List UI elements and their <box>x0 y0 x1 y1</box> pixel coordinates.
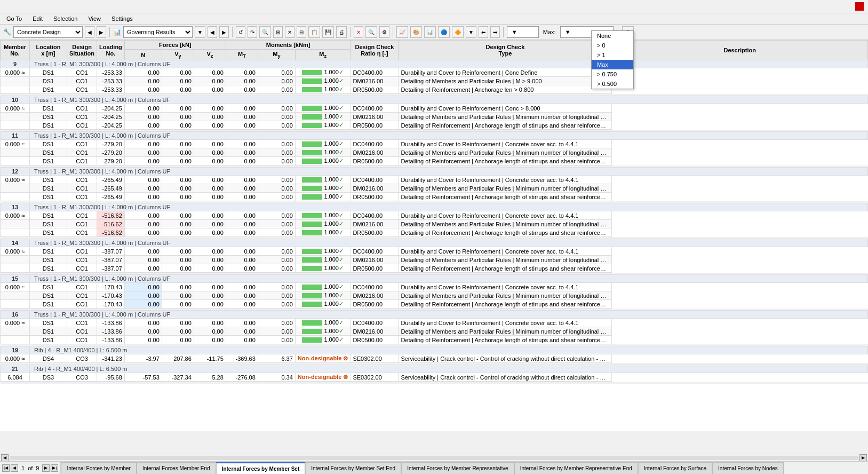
toolbar-icon-13[interactable]: 📈 <box>396 26 408 38</box>
next-btn[interactable]: ▶ <box>97 26 106 38</box>
toolbar-icon-16[interactable]: 🔵 <box>438 26 450 38</box>
first-page-btn[interactable]: |◀ <box>2 464 10 472</box>
toolbar-icon-15[interactable]: 📊 <box>424 26 436 38</box>
close-button[interactable] <box>855 2 864 11</box>
scroll-left[interactable]: ◀ <box>1 454 9 462</box>
toolbar-icon-1[interactable]: ↺ <box>236 26 245 38</box>
ds-cell: DS1 <box>30 300 67 309</box>
toolbar-icon-19[interactable]: ⬅ <box>479 26 488 38</box>
tab-internal-forces-surface[interactable]: Internal Forces by Surface <box>638 462 712 474</box>
Vz-cell: 0.00 <box>162 300 194 309</box>
dropdown-option-gt1[interactable]: > 1 <box>592 50 633 60</box>
tab-internal-forces-member-set-end[interactable]: Internal Forces by Member Set End <box>305 462 401 474</box>
menu-selection[interactable]: Selection <box>51 14 79 23</box>
toolbar-icon-9[interactable]: 🖨 <box>336 26 347 38</box>
expand-btn[interactable]: ▼ <box>195 26 205 38</box>
Vz-cell: 0.00 <box>162 140 194 148</box>
menu-edit[interactable]: Edit <box>30 14 45 23</box>
toolbar-icon-2[interactable]: ↷ <box>248 26 257 38</box>
toolbar-icon-20[interactable]: ➡ <box>490 26 500 38</box>
next-result-btn[interactable]: ▶ <box>219 26 229 38</box>
tab-internal-forces-member-set[interactable]: Internal Forces by Member Set <box>216 462 306 474</box>
Vz-cell: 207.86 <box>162 354 194 363</box>
MT-cell: 0.00 <box>194 113 226 121</box>
table-row: 0.000 ≈ DS1 CO1 -279.20 0.00 0.00 0.00 0… <box>1 140 868 148</box>
desc-cell: Detailing of Members and Particular Rule… <box>399 327 612 336</box>
Vy-cell: 0.00 <box>124 68 162 77</box>
Vz-cell: 0.00 <box>162 121 194 130</box>
main-content: MemberNo. Locationx [m] DesignSituation … <box>0 40 868 431</box>
dropdown-option-none[interactable]: None <box>592 31 633 41</box>
dropdown-option-gt0500[interactable]: > 0.500 <box>592 79 633 89</box>
group-header-label: Rib | 4 - R_M1 400/400 | L: 6.500 m <box>30 346 868 354</box>
max-dropdown[interactable]: ▼ <box>507 26 539 38</box>
table-row: DS1 CO1 -133.86 0.00 0.00 0.00 0.00 0.00… <box>1 336 868 344</box>
N-cell: -204.25 <box>97 113 125 121</box>
Mz-cell: 0.00 <box>258 327 295 336</box>
toolbar-icon-14[interactable]: 🎨 <box>410 26 422 38</box>
dropdown-option-gt0[interactable]: > 0 <box>592 41 633 50</box>
tab-internal-forces-member-rep-end[interactable]: Internal Forces by Member Representative… <box>514 462 638 474</box>
dropdown-option-max[interactable]: Max <box>592 60 633 69</box>
Vy-cell: 0.00 <box>124 264 162 273</box>
desc-cell: Detailing of Reinforcement | Anchorage l… <box>399 121 612 130</box>
loc-cell: 0.000 ≈ <box>1 211 30 220</box>
table-row: 0.000 ≈ DS1 CO1 -204.25 0.00 0.00 0.00 0… <box>1 104 868 113</box>
toolbar-icon-17[interactable]: 🔶 <box>452 26 464 38</box>
Vy-cell: -3.97 <box>124 354 162 363</box>
lc-cell: CO1 <box>67 211 97 220</box>
Vy-cell: 0.00 <box>124 327 162 336</box>
toolbar-icon-5[interactable]: ✕ <box>285 26 294 38</box>
toolbar-icon-12[interactable]: ⚙ <box>379 26 389 38</box>
design-mode-select[interactable]: Concrete Design <box>13 26 83 38</box>
tab-internal-forces-member[interactable]: Internal Forces by Member <box>61 462 137 474</box>
toolbar-icon-3[interactable]: 🔍 <box>259 26 271 38</box>
menu-view[interactable]: View <box>86 14 103 23</box>
MT-cell: 0.00 <box>194 283 226 291</box>
My-cell: 0.00 <box>226 68 258 77</box>
lc-cell: CO3 <box>67 354 97 363</box>
ds-cell: DS1 <box>30 193 67 201</box>
tab-internal-forces-member-rep[interactable]: Internal Forces by Member Representative <box>401 462 514 474</box>
ratio-non-designable: Non-designable ⊗ <box>298 355 348 361</box>
desc-cell: Detailing of Members and Particular Rule… <box>399 77 612 85</box>
MT-cell: 0.00 <box>194 291 226 300</box>
toolbar-icon-8[interactable]: 💾 <box>322 26 334 38</box>
tab-internal-forces-member-end[interactable]: Internal Forces Member End <box>137 462 216 474</box>
check-type-cell: DM0216.00 <box>351 220 399 228</box>
prev-result-btn[interactable]: ◀ <box>208 26 217 38</box>
hscroll-bar[interactable]: ◀ ▶ <box>0 454 868 461</box>
col-member-no: MemberNo. <box>1 41 30 60</box>
scroll-right[interactable]: ▶ <box>859 454 867 462</box>
prev-page-btn[interactable]: ◀ <box>11 464 18 472</box>
toolbar-icon-18[interactable]: ▼ <box>466 26 476 38</box>
toolbar-icon-6[interactable]: ⊟ <box>297 26 306 38</box>
tab-internal-forces-nodes[interactable]: Internal Forces by Nodes <box>712 462 784 474</box>
dropdown-option-gt0750[interactable]: > 0.750 <box>592 69 633 79</box>
N-cell: -253.33 <box>97 77 125 85</box>
N-cell: -204.25 <box>97 104 125 113</box>
ratio-cell: 1.000✓ <box>295 211 351 220</box>
last-page-btn[interactable]: ▶| <box>51 464 58 472</box>
ratio-cell: 1.000✓ <box>295 291 351 300</box>
page-current: 1 <box>19 465 27 471</box>
ratio-cell: 1.000✓ <box>295 193 351 201</box>
table-group-header: 9 Truss | 1 - R_M1 300/300 | L: 4.000 m … <box>1 60 868 68</box>
check-type-cell: DM0216.00 <box>351 256 399 264</box>
toolbar-icon-10[interactable]: ✕ <box>354 26 363 38</box>
governing-results-select[interactable]: Governing Results <box>123 26 193 38</box>
toolbar-icon-11[interactable]: 🔍 <box>365 26 377 38</box>
toolbar-icon-4[interactable]: ⊞ <box>273 26 283 38</box>
menu-settings[interactable]: Settings <box>109 14 135 23</box>
check-type-cell: DR0500.00 <box>351 157 399 165</box>
menu-goto[interactable]: Go To <box>4 14 24 23</box>
table-row: DS1 CO1 -170.43 0.00 0.00 0.00 0.00 0.00… <box>1 291 868 300</box>
check-type-cell: SE0302.00 <box>351 373 399 382</box>
desc-cell: Durability and Cover to Reinforcement | … <box>399 140 612 148</box>
prev-btn[interactable]: ◀ <box>85 26 94 38</box>
toolbar-icon-7[interactable]: 📋 <box>308 26 320 38</box>
My-cell: 0.00 <box>226 327 258 336</box>
table-row: DS1 CO1 -516.62 0.00 0.00 0.00 0.00 0.00… <box>1 220 868 228</box>
My-cell: 0.00 <box>226 140 258 148</box>
next-page-btn[interactable]: ▶ <box>42 464 50 472</box>
